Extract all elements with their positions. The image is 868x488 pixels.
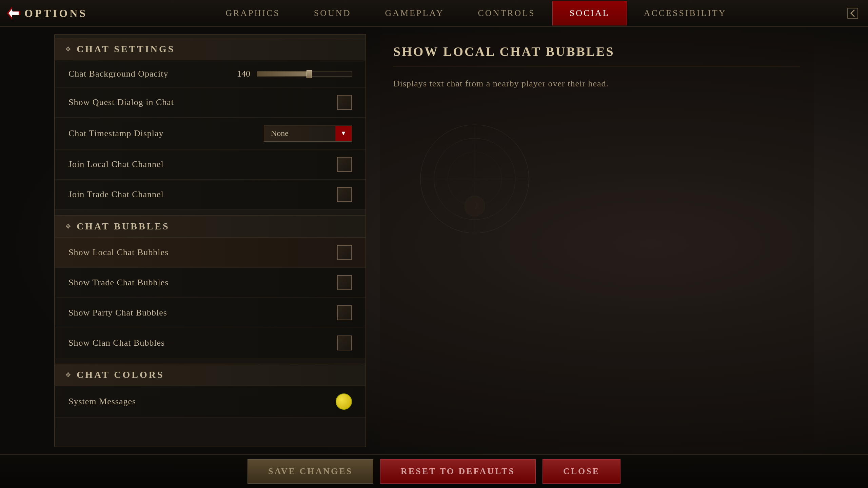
show-local-bubbles-checkbox[interactable]	[337, 245, 352, 260]
nav-title: OPTIONS	[24, 7, 87, 20]
chat-bg-opacity-slider[interactable]	[257, 71, 352, 77]
setting-chat-bg-opacity: Chat Background Opacity 140	[55, 60, 366, 87]
show-local-bubbles-label: Show Local Chat Bubbles	[68, 247, 337, 258]
join-trade-chat-control	[337, 187, 352, 202]
section-title-bubbles: CHAT BUBBLES	[77, 221, 170, 232]
setting-show-local-bubbles: Show Local Chat Bubbles	[55, 238, 366, 268]
show-quest-dialog-checkbox[interactable]	[337, 95, 352, 110]
info-title: SHOW LOCAL CHAT BUBBLES	[393, 44, 800, 66]
bottom-bar: SAVE CHANGES RESET TO DEFAULTS CLOSE	[0, 454, 868, 488]
info-panel: SHOW LOCAL CHAT BUBBLES Displays text ch…	[380, 34, 814, 447]
svg-marker-0	[8, 8, 19, 18]
chat-bg-opacity-control: 140	[230, 69, 352, 79]
show-trade-bubbles-checkbox[interactable]	[337, 275, 352, 290]
section-chat-settings: ❖ CHAT SETTINGS	[55, 38, 366, 60]
main-content: ❖ CHAT SETTINGS Chat Background Opacity …	[0, 27, 868, 454]
section-icon-chat: ❖	[65, 45, 71, 53]
info-description: Displays text chat from a nearby player …	[393, 77, 800, 91]
close-button[interactable]: CLOSE	[542, 459, 620, 484]
chat-timestamp-control: None ▼	[264, 125, 352, 142]
setting-show-quest-dialog: Show Quest Dialog in Chat	[55, 87, 366, 118]
settings-panel: ❖ CHAT SETTINGS Chat Background Opacity …	[54, 34, 366, 447]
setting-show-party-bubbles: Show Party Chat Bubbles	[55, 298, 366, 328]
chat-timestamp-value: None	[264, 125, 335, 141]
join-trade-chat-label: Join Trade Chat Channel	[68, 189, 337, 200]
show-local-bubbles-control	[337, 245, 352, 260]
svg-text:☽: ☽	[471, 200, 479, 211]
chat-timestamp-dropdown[interactable]: None ▼	[264, 125, 352, 142]
slider-fill	[257, 72, 309, 76]
system-messages-label: System Messages	[68, 396, 336, 407]
tab-social[interactable]: SOCIAL	[552, 1, 627, 25]
setting-chat-timestamp: Chat Timestamp Display None ▼	[55, 118, 366, 149]
section-chat-bubbles: ❖ CHAT BUBBLES	[55, 215, 366, 238]
decorative-art: ☽	[393, 118, 800, 241]
svg-rect-1	[848, 8, 858, 18]
join-local-chat-label: Join Local Chat Channel	[68, 159, 337, 169]
show-clan-bubbles-control	[337, 336, 352, 350]
show-party-bubbles-checkbox[interactable]	[337, 305, 352, 320]
section-title-chat: CHAT SETTINGS	[77, 44, 175, 55]
section-icon-bubbles: ❖	[65, 222, 71, 230]
reset-button[interactable]: RESET TO DEFAULTS	[380, 459, 536, 484]
tab-gameplay[interactable]: GAMEPLAY	[368, 1, 461, 25]
nav-tabs: GRAPHICS SOUND GAMEPLAY CONTROLS SOCIAL …	[108, 1, 844, 25]
slider-thumb[interactable]	[307, 70, 312, 78]
show-trade-bubbles-label: Show Trade Chat Bubbles	[68, 278, 337, 288]
setting-join-local-chat: Join Local Chat Channel	[55, 149, 366, 180]
tab-controls[interactable]: CONTROLS	[461, 1, 552, 25]
chat-timestamp-label: Chat Timestamp Display	[68, 128, 264, 139]
tab-graphics[interactable]: GRAPHICS	[209, 1, 297, 25]
join-local-chat-control	[337, 157, 352, 172]
setting-system-messages: System Messages	[55, 386, 366, 418]
show-clan-bubbles-label: Show Clan Chat Bubbles	[68, 338, 337, 348]
save-button[interactable]: SAVE CHANGES	[248, 459, 373, 484]
return-icon[interactable]	[844, 5, 861, 22]
settings-scroll[interactable]: ❖ CHAT SETTINGS Chat Background Opacity …	[55, 35, 366, 447]
show-party-bubbles-label: Show Party Chat Bubbles	[68, 308, 337, 318]
show-quest-dialog-label: Show Quest Dialog in Chat	[68, 97, 337, 107]
system-messages-color-swatch[interactable]	[336, 393, 352, 410]
back-arrow-icon[interactable]	[7, 6, 20, 20]
show-trade-bubbles-control	[337, 275, 352, 290]
join-local-chat-checkbox[interactable]	[337, 157, 352, 172]
tab-accessibility[interactable]: ACCESSIBILITY	[627, 1, 744, 25]
nav-logo: OPTIONS	[7, 6, 87, 20]
section-title-colors: CHAT COLORS	[77, 369, 164, 380]
show-party-bubbles-control	[337, 305, 352, 320]
show-quest-dialog-control	[337, 95, 352, 110]
chat-bg-opacity-value: 140	[230, 69, 250, 79]
dropdown-arrow-icon[interactable]: ▼	[335, 126, 352, 141]
setting-show-trade-bubbles: Show Trade Chat Bubbles	[55, 268, 366, 298]
setting-show-clan-bubbles: Show Clan Chat Bubbles	[55, 328, 366, 358]
system-messages-control	[336, 393, 352, 410]
join-trade-chat-checkbox[interactable]	[337, 187, 352, 202]
tab-sound[interactable]: SOUND	[297, 1, 368, 25]
section-chat-colors: ❖ CHAT COLORS	[55, 364, 366, 386]
section-icon-colors: ❖	[65, 371, 71, 379]
chat-bg-opacity-label: Chat Background Opacity	[68, 69, 230, 79]
nav-bar: OPTIONS GRAPHICS SOUND GAMEPLAY CONTROLS…	[0, 0, 868, 27]
show-clan-bubbles-checkbox[interactable]	[337, 336, 352, 350]
setting-join-trade-chat: Join Trade Chat Channel	[55, 180, 366, 210]
